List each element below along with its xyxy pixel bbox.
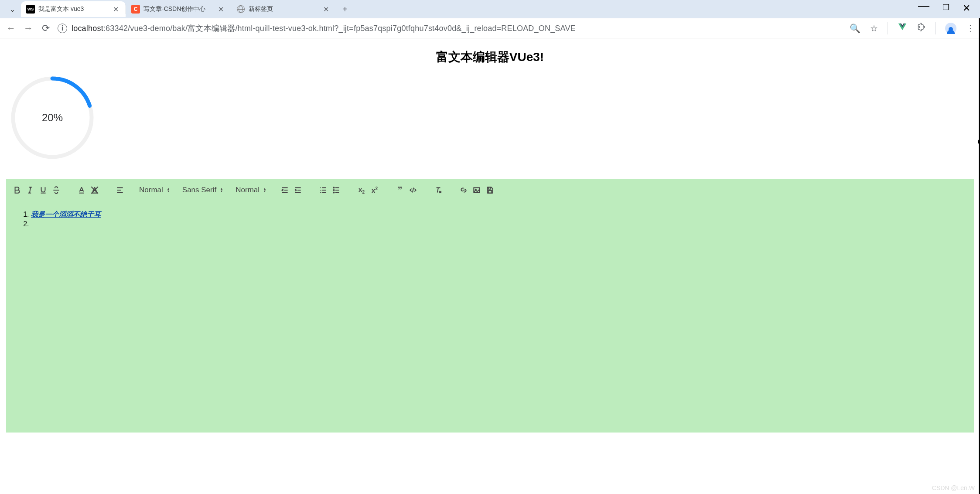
vue-devtools-icon[interactable] [898,22,907,34]
chevron-down-icon: ⌄ [10,5,15,14]
extensions-icon[interactable] [917,23,925,34]
background-color-button[interactable] [89,184,101,196]
indent-button[interactable] [292,184,304,196]
picker-label: Normal [139,186,163,194]
picker-label: Sans Serif [182,186,216,194]
maximize-icon[interactable]: ❐ [942,3,949,16]
svg-line-26 [413,187,413,192]
tab[interactable]: 新标签页 ✕ [231,1,336,17]
zoom-icon[interactable]: 🔍 [850,23,860,34]
strike-button[interactable] [50,184,62,196]
tab[interactable]: C 写文章-CSDN创作中心 ✕ [126,1,231,17]
outdent-button[interactable] [279,184,291,196]
browser-nav-bar: ← → ⟳ i localhost:63342/vue3-demo/bak/富文… [0,18,980,38]
tab-title: 新标签页 [249,5,318,13]
svg-rect-35 [488,191,492,193]
header-picker[interactable]: Normal ▴▾ [139,186,169,194]
back-button[interactable]: ← [5,23,17,34]
chevron-updown-icon: ▴▾ [221,187,222,193]
list-item[interactable]: 我是一个滔滔不绝于耳 [31,210,966,219]
close-icon[interactable]: ✕ [216,4,225,14]
italic-button[interactable] [24,184,36,196]
page-title: 富文本编辑器VUe3! [7,49,973,65]
menu-icon[interactable]: ⋮ [966,23,975,34]
bullet-list-button[interactable] [330,184,342,196]
profile-avatar[interactable] [945,23,956,34]
text-color-button[interactable] [75,184,88,196]
size-picker[interactable]: Normal ▴▾ [236,186,266,194]
url-text: localhost:63342/vue3-demo/bak/富文本编辑器/htm… [72,23,576,34]
clear-format-button[interactable] [432,184,444,196]
page-body: 富文本编辑器VUe3! 20% Normal [0,38,980,439]
link-button[interactable] [458,184,470,196]
reload-button[interactable]: ⟳ [40,23,51,34]
watermark: CSDN @Len.W [932,484,975,491]
align-button[interactable] [114,184,126,196]
close-icon[interactable]: ✕ [321,4,331,14]
close-window-icon[interactable]: ✕ [963,3,970,16]
globe-icon [236,5,245,14]
bookmark-star-icon[interactable]: ☆ [870,23,878,34]
close-icon[interactable]: ✕ [111,4,120,14]
list-item[interactable] [31,220,966,228]
tab-title: 我是富文本 vue3 [38,5,108,13]
scrollbar-marker [978,140,980,144]
browser-tab-strip: ⌄ WS 我是富文本 vue3 ✕ C 写文章-CSDN创作中心 ✕ 新标签页 … [0,0,980,18]
superscript-button[interactable]: x2 [369,184,381,196]
new-tab-button[interactable]: + [336,4,354,14]
svg-point-25 [333,192,334,193]
forward-button[interactable]: → [23,23,34,34]
svg-rect-34 [488,187,491,189]
tab[interactable]: WS 我是富文本 vue3 ✕ [21,1,126,17]
picker-label: Normal [236,186,260,194]
svg-line-28 [437,187,438,192]
chevron-updown-icon: ▴▾ [167,187,169,193]
image-button[interactable] [471,184,483,196]
address-bar[interactable]: i localhost:63342/vue3-demo/bak/富文本编辑器/h… [58,21,843,36]
editor-toolbar: Normal ▴▾ Sans Serif ▴▾ Normal ▴▾ x2 [6,179,974,201]
divider [888,22,888,34]
svg-line-4 [30,187,31,193]
webstorm-icon: WS [26,5,35,14]
window-controls: — ❐ ✕ [918,3,977,16]
code-block-button[interactable] [407,184,419,196]
svg-point-23 [333,187,334,188]
blockquote-button[interactable]: ” [394,184,406,196]
bold-button[interactable] [11,184,23,196]
underline-button[interactable] [37,184,49,196]
ordered-list-button[interactable] [317,184,329,196]
tab-list-dropdown[interactable]: ⌄ [3,5,21,14]
progress-circle: 20% [9,74,96,161]
subscript-button[interactable]: x2 [355,184,368,196]
chevron-updown-icon: ▴▾ [264,187,266,193]
rich-text-editor: Normal ▴▾ Sans Serif ▴▾ Normal ▴▾ x2 [6,179,974,433]
tab-title: 写文章-CSDN创作中心 [143,5,213,13]
progress-label: 20% [42,112,63,124]
svg-point-24 [333,190,334,191]
editor-content[interactable]: 我是一个滔滔不绝于耳 [6,201,974,433]
csdn-icon: C [131,5,140,14]
site-info-icon[interactable]: i [58,24,67,33]
divider [935,22,936,34]
save-button[interactable] [484,184,496,196]
minimize-icon[interactable]: — [918,0,929,13]
font-picker[interactable]: Sans Serif ▴▾ [182,186,222,194]
